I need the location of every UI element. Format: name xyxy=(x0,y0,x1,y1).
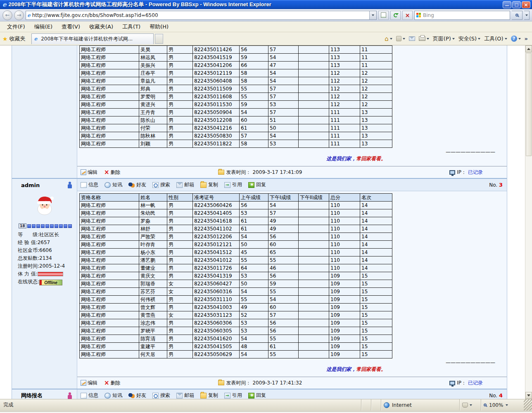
post-time: 2009-3-17 17:41:09 xyxy=(252,169,302,175)
search-box[interactable]: Bing xyxy=(414,11,510,20)
quote-button[interactable]: 引用 xyxy=(224,392,242,399)
search-button[interactable]: 搜索 xyxy=(152,392,170,399)
search-button[interactable] xyxy=(512,11,522,20)
table-cell: 822435041505 xyxy=(193,343,240,351)
table-cell: 55 xyxy=(240,256,268,264)
scroll-down-button[interactable] xyxy=(525,392,532,399)
page-icon: e xyxy=(27,12,31,18)
vertical-scrollbar[interactable] xyxy=(525,45,532,399)
table-cell: 111 xyxy=(329,140,360,148)
table-cell: 黄雪燕 xyxy=(139,311,167,319)
quote-button[interactable]: 引用 xyxy=(224,181,242,188)
maximize-button[interactable] xyxy=(512,1,521,8)
table-cell: 111 xyxy=(329,116,360,124)
edit-button[interactable]: 编辑 xyxy=(81,169,97,176)
refresh-button[interactable] xyxy=(390,11,401,20)
sms-button[interactable]: 短讯 xyxy=(104,392,122,399)
copy-button[interactable]: 复制 xyxy=(200,181,218,188)
ip-recorded-link[interactable]: 已记录 xyxy=(468,169,483,176)
address-dropdown-button[interactable] xyxy=(369,11,376,19)
status-bar: 完成 Internet 100% xyxy=(0,399,532,411)
table-cell: 男 xyxy=(167,140,193,148)
feeds-button[interactable] xyxy=(396,36,405,41)
favorites-label[interactable]: 收藏夹 xyxy=(10,35,26,43)
page-menu-button[interactable]: 页面(P) xyxy=(433,35,455,43)
table-cell: 49 xyxy=(240,304,268,311)
table-cell: 110 xyxy=(329,217,360,225)
reply-button[interactable]: 回复 xyxy=(248,181,266,188)
table-cell: 男 xyxy=(167,132,193,140)
menu-item[interactable]: 收藏夹(A) xyxy=(85,23,118,31)
menu-item[interactable]: 查看(V) xyxy=(57,23,85,31)
ie-logo-icon: e xyxy=(2,1,7,8)
menu-item[interactable]: 文件(F) xyxy=(2,23,30,31)
table-row: 网络工程师郑典男822435011509555711212 xyxy=(80,85,392,93)
table-cell xyxy=(299,280,329,288)
scrollbar-thumb[interactable] xyxy=(526,53,532,156)
reply-button[interactable]: 回复 xyxy=(248,392,266,399)
edit-icon xyxy=(81,169,86,175)
sms-button[interactable]: 短讯 xyxy=(104,181,122,188)
signature-separator: —————————— xyxy=(77,148,507,154)
protected-mode-button[interactable] xyxy=(459,399,481,411)
delete-button[interactable]: ×删除 xyxy=(104,380,121,387)
copy-icon xyxy=(200,182,207,188)
table-cell: 严敦荣 xyxy=(139,233,167,241)
browser-tab[interactable]: e 2008年下半年福建省计算机软件考试网... xyxy=(31,33,154,44)
friends-button[interactable]: 好友 xyxy=(128,181,146,188)
safety-menu-button[interactable]: 安全(S) xyxy=(458,35,480,43)
scroll-up-button[interactable] xyxy=(525,45,532,52)
menu-item[interactable]: 编辑(E) xyxy=(30,23,57,31)
message-button[interactable]: 信息 xyxy=(81,181,98,188)
back-button[interactable]: ← xyxy=(2,10,12,20)
table-cell: 网络工程师 xyxy=(80,304,139,311)
zoom-control[interactable]: 100% xyxy=(481,399,524,411)
table-cell: 55 xyxy=(240,296,268,304)
minimize-button[interactable] xyxy=(503,1,511,8)
table-cell: 46 xyxy=(268,264,299,272)
computer-icon xyxy=(449,170,455,175)
read-mail-button[interactable] xyxy=(409,36,415,41)
button-label: 搜索 xyxy=(160,392,170,399)
stop-button[interactable]: × xyxy=(402,11,413,20)
close-button[interactable] xyxy=(522,1,530,8)
ip-recorded-link[interactable]: 已记录 xyxy=(468,380,483,387)
delete-button[interactable]: ×删除 xyxy=(104,169,121,176)
tab-title: 2008年下半年福建省计算机软件考试网... xyxy=(41,36,133,43)
menu-item[interactable]: 工具(T) xyxy=(118,23,145,31)
window-bottom-edge xyxy=(0,411,532,412)
mailbox-button[interactable]: 邮箱 xyxy=(176,181,194,188)
author-name[interactable]: admin xyxy=(21,182,40,188)
message-button[interactable]: 信息 xyxy=(81,392,98,399)
home-button[interactable]: ⌂ xyxy=(385,36,392,42)
compatibility-view-button[interactable] xyxy=(378,11,389,20)
table-cell: 54 xyxy=(240,109,268,116)
new-tab-button[interactable] xyxy=(155,34,163,44)
search-options-button[interactable] xyxy=(524,11,530,20)
edit-button[interactable]: 编辑 xyxy=(81,380,97,387)
post-time-label: 发表时间： xyxy=(226,169,251,176)
table-row: 网络工程师陈长山男822435012208605111113 xyxy=(80,116,392,124)
search-input[interactable]: Bing xyxy=(423,12,510,18)
favorites-star-icon[interactable]: ★ xyxy=(2,36,8,42)
mailbox-button[interactable]: 邮箱 xyxy=(176,392,194,399)
tools-menu-button[interactable]: 工具(O) xyxy=(484,35,507,43)
table-cell: 53 xyxy=(268,140,299,148)
table-cell: 11 xyxy=(360,62,392,69)
more-commands-chevron[interactable]: » xyxy=(525,36,528,42)
address-bar[interactable]: e http://www.fjite.gov.cn/bbs/ShowPost.a… xyxy=(26,11,377,20)
resize-grip[interactable] xyxy=(524,399,532,411)
search-button[interactable]: 搜索 xyxy=(152,181,170,188)
copy-button[interactable]: 复制 xyxy=(200,392,218,399)
author-name[interactable]: 网络报名 xyxy=(21,392,43,399)
friends-button[interactable]: 好友 xyxy=(128,392,146,399)
print-button[interactable] xyxy=(419,36,429,41)
help-button[interactable]: ? xyxy=(511,36,521,42)
table-cell xyxy=(299,69,329,77)
column-header: 上午成绩 xyxy=(240,194,268,202)
scrollbar-track[interactable] xyxy=(525,157,532,392)
forward-button[interactable]: → xyxy=(14,10,24,20)
table-cell: 57 xyxy=(268,311,299,319)
menu-item[interactable]: 帮助(H) xyxy=(145,23,173,31)
url-text[interactable]: http://www.fjite.gov.cn/bbs/ShowPost.asp… xyxy=(32,12,369,18)
